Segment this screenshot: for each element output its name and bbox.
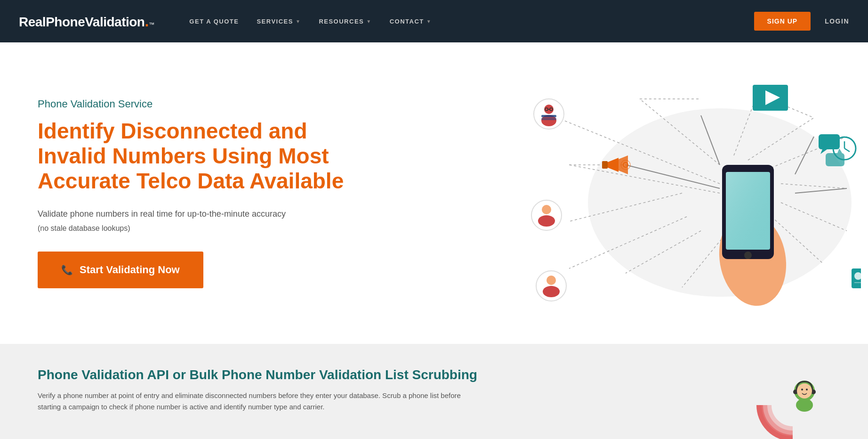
svg-point-112 [543,286,560,297]
header: RealPhoneValidation.™ GET A QUOTE SERVIC… [0,0,868,42]
svg-marker-50 [837,148,842,153]
svg-point-120 [806,389,808,390]
contact-chevron-down-icon: ▼ [426,19,432,24]
hero-section: Phone Validation Service Identify Discon… [0,42,868,344]
services-chevron-down-icon: ▼ [296,19,301,24]
resources-chevron-down-icon: ▼ [366,19,371,24]
svg-rect-49 [826,153,844,166]
hero-content: Phone Validation Service Identify Discon… [38,98,348,288]
bottom-title: Phone Validation API or Bulk Phone Numbe… [38,367,727,382]
network-graphic: 👍 [475,42,861,344]
cta-label: Start Validating Now [80,264,180,276]
login-link[interactable]: LOGIN [825,17,849,25]
main-nav: GET A QUOTE SERVICES ▼ RESOURCES ▼ CONTA… [183,12,849,31]
start-validating-button[interactable]: 📞 Start Validating Now [38,252,203,288]
nav-get-a-quote-label: GET A QUOTE [189,18,239,25]
hero-illustration: 👍 [468,42,868,344]
svg-point-27 [744,252,752,259]
bottom-description: Verify a phone number at point of entry … [38,390,461,413]
nav-get-a-quote[interactable]: GET A QUOTE [183,18,245,25]
svg-rect-79 [541,115,556,117]
hero-subtitle: Phone Validation Service [38,98,348,110]
nav-resources[interactable]: RESOURCES ▼ [312,18,378,25]
svg-point-87 [538,215,555,227]
phone-icon: 📞 [61,264,73,276]
svg-point-0 [588,108,852,297]
nav-contact-label: CONTACT [390,18,424,25]
bottom-graphic [755,367,830,439]
bottom-content: Phone Validation API or Bulk Phone Numbe… [38,367,727,413]
hero-note: (no stale database lookups) [38,224,348,233]
svg-point-118 [797,383,812,398]
svg-rect-69 [602,161,608,169]
target-graphic [755,367,830,439]
logo[interactable]: RealPhoneValidation.™ [19,13,154,30]
nav-resources-label: RESOURCES [319,18,364,25]
bottom-section: Phone Validation API or Bulk Phone Numbe… [0,344,868,439]
svg-point-121 [796,398,813,412]
svg-line-32 [844,148,850,152]
logo-text: RealPhoneValidation [19,15,145,30]
svg-point-111 [547,276,556,285]
nav-services[interactable]: SERVICES ▼ [250,18,307,25]
nav-contact[interactable]: CONTACT ▼ [383,18,439,25]
logo-tm: ™ [149,21,154,28]
svg-rect-26 [726,172,770,250]
svg-point-86 [542,205,551,214]
hero-title: Identify Disconnected and Invalid Number… [38,119,348,194]
signup-button[interactable]: SIGN UP [754,12,811,31]
svg-rect-80 [541,118,556,120]
logo-dot: . [145,13,149,30]
svg-point-119 [801,389,803,390]
nav-services-label: SERVICES [257,18,293,25]
hero-description: Validate phone numbers in real time for … [38,208,348,220]
svg-rect-47 [819,134,840,149]
